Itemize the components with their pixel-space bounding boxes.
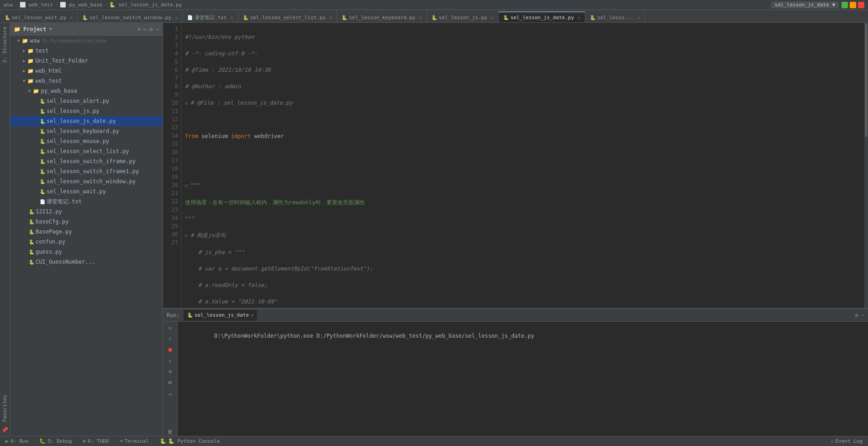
tab-close-btn[interactable]: ✕	[70, 15, 73, 20]
run-settings-icon[interactable]: ⚙	[855, 312, 858, 319]
tab-icon: 🐍	[431, 15, 437, 20]
run-trash-icon[interactable]: 🗑	[166, 428, 174, 436]
tree-item-sel-js-date[interactable]: 🐍 sel_lesson_js_date.py	[10, 116, 163, 126]
tab-icon: 🐍	[503, 15, 509, 20]
run-scroll-down-icon[interactable]: ↓	[166, 356, 174, 365]
tree-item-unit-test-folder[interactable]: ▶ 📁 Unit_Test_Folder	[10, 56, 163, 66]
active-file-tab[interactable]: sel_lesson_js_date ▼	[771, 1, 839, 8]
run-pin-icon[interactable]: −	[861, 312, 864, 319]
code-line-11: 使用场景：在有一些时间输入框内，属性为readonly时，要更改页面属性	[185, 198, 864, 207]
left-vertical-bar: 2: Structure Favorites 📌	[0, 23, 10, 436]
run-tab-active[interactable]: 🐍 sel_lesson_js_date ✕	[184, 310, 257, 321]
tab-close-btn[interactable]: ✕	[578, 15, 580, 20]
code-line-14: # js_pha = """	[185, 248, 864, 256]
tab-close-btn[interactable]: ✕	[419, 15, 422, 20]
editor-area: 12345 678910 1112131415 1617181920 21222…	[163, 23, 868, 436]
code-content[interactable]: #!/usr/bin/env python # -*- coding:utf-8…	[181, 23, 868, 308]
project-folder-icon: 📁	[14, 26, 21, 32]
tab-sel-lesson-wait[interactable]: 🐍 sel_lesson_wait.py ✕	[0, 11, 78, 22]
tab-notes[interactable]: 📄 课堂笔记.txt ✕	[183, 11, 238, 22]
run-layout-icon[interactable]: ≡	[166, 367, 174, 376]
run-header-icons: ⚙ −	[855, 312, 864, 319]
tree-item-confun[interactable]: 🐍 confun.py	[10, 237, 163, 247]
tree-item-sel-switch-iframe1[interactable]: 🐍 sel_lesson_switch_iframe1.py	[10, 166, 163, 176]
status-run[interactable]: ▶ 4: Run	[4, 438, 30, 444]
tab-close-btn[interactable]: ✕	[491, 15, 494, 20]
tab-sel-lesson-switch-window[interactable]: 🐍 sel_lesson_switch_window.py ✕	[78, 11, 183, 22]
tab-close-btn[interactable]: ✕	[637, 15, 640, 20]
tree-item-sel-select-list[interactable]: 🐍 sel_lesson_select_list.py	[10, 146, 163, 156]
scrollbar-thumb[interactable]	[865, 23, 868, 138]
tree-item-sel-js[interactable]: 🐍 sel_lesson_js.py	[10, 106, 163, 116]
code-line-13: ⊟# 构造js语句	[185, 231, 864, 240]
project-dropdown-icon[interactable]: ▼	[49, 26, 53, 32]
breadcrumb-wsw[interactable]: wsw	[4, 2, 13, 8]
tree-item-sel-switch-iframe[interactable]: 🐍 sel_lesson_switch_iframe.py	[10, 156, 163, 166]
breadcrumb-folder[interactable]: ⬜ web_test	[20, 2, 53, 8]
collapse-icon[interactable]: ⟵	[143, 26, 147, 32]
tree-item-sel-alert[interactable]: 🐍 sel_lesson_alert.py	[10, 96, 163, 106]
code-line-9	[185, 165, 864, 173]
run-content: ↻ ↑ ■ ↓ ≡ ⊞ ↵ 🗑 D:\PythonWorkFolder\pyth…	[163, 322, 868, 436]
run-scroll-up-icon[interactable]: ↑	[166, 334, 174, 343]
breadcrumb-subfolder[interactable]: ⬜ py_web_base	[60, 2, 102, 8]
editor-scrollbar[interactable]	[864, 23, 868, 308]
tab-icon: 🐍	[243, 15, 248, 20]
window-controls	[842, 2, 864, 8]
run-output[interactable]: D:\PythonWorkFolder\python.exe D:/Python…	[178, 322, 868, 436]
tree-item-web-test[interactable]: ▼ 📁 web_test	[10, 76, 163, 86]
tree-item-basepage[interactable]: 🐍 BasePage.py	[10, 227, 163, 237]
tab-sel-lesson-select-list[interactable]: 🐍 sel_lesson_select_list.py ✕	[238, 11, 337, 22]
code-line-3: # @Time : 2021/10/10 14:30	[185, 66, 864, 74]
status-terminal[interactable]: ⌨ Terminal	[118, 438, 151, 444]
code-line-1: #!/usr/bin/env python	[185, 33, 864, 41]
tab-sel-lesso-more[interactable]: 🐍 sel_lesso... ✕	[585, 11, 645, 22]
tab-sel-lesson-js[interactable]: 🐍 sel_lesson_js.py ✕	[427, 11, 499, 22]
tab-close-btn[interactable]: ✕	[175, 15, 178, 20]
run-stop-icon[interactable]: ■	[166, 345, 174, 354]
run-panel: Run: 🐍 sel_lesson_js_date ✕ ⚙ − ↻ ↑ ■ ↓	[163, 308, 868, 436]
tree-item-notes-txt[interactable]: 📄 课堂笔记.txt	[10, 196, 163, 207]
tree-item-test[interactable]: ▶ 📁 test	[10, 46, 163, 56]
breadcrumb-file[interactable]: 🐍 sel_lesson_js_date.py	[109, 2, 182, 8]
main-area: 2: Structure Favorites 📌 📁 Project ▼ ⊕ ⟵…	[0, 23, 868, 436]
tree-item-sel-mouse[interactable]: 🐍 sel_lesson_mouse.py	[10, 136, 163, 146]
tree-root-wsw[interactable]: ▼ 📁 wsw D:/PythonWorkFolder/wsw	[10, 36, 163, 46]
tree-item-basecfg[interactable]: 🐍 baseCfg.py	[10, 217, 163, 227]
close-btn[interactable]	[858, 2, 864, 8]
vertical-tab-structure[interactable]: 2: Structure	[0, 23, 10, 66]
status-debug[interactable]: 🐛 5: Debug	[37, 438, 74, 444]
tree-item-sel-switch-window[interactable]: 🐍 sel_lesson_switch_window.py	[10, 176, 163, 186]
project-header-icons: ⊕ ⟵ ⚙ −	[137, 26, 159, 32]
vertical-tab-favorites[interactable]: Favorites	[0, 391, 10, 426]
tab-sel-lesson-keyboard[interactable]: 🐍 sel_lesson_keyboard.py ✕	[337, 11, 427, 22]
run-restart-icon[interactable]: ↻	[166, 324, 174, 332]
tree-item-cui-guess[interactable]: 🐍 CUI_GuessNumber...	[10, 257, 163, 267]
tree-item-web-html[interactable]: ▶ 📁 web_html	[10, 66, 163, 76]
run-tab-close[interactable]: ✕	[251, 313, 253, 318]
left-pin-icon[interactable]: 📌	[1, 426, 9, 434]
run-tab-icon: 🐍	[187, 313, 193, 318]
status-event-log[interactable]: ⚠ Event Log	[829, 438, 864, 444]
line-numbers: 12345 678910 1112131415 1617181920 21222…	[163, 23, 181, 308]
locate-icon[interactable]: ⊕	[137, 26, 141, 32]
tab-close-btn[interactable]: ✕	[231, 15, 233, 20]
run-filter-icon[interactable]: ⊞	[166, 378, 174, 387]
minimize-panel-icon[interactable]: −	[156, 26, 159, 32]
tab-close-btn[interactable]: ✕	[329, 15, 332, 20]
maximize-btn[interactable]	[842, 2, 848, 8]
tree-item-guess[interactable]: 🐍 guess.py	[10, 247, 163, 257]
settings-icon[interactable]: ⚙	[150, 26, 153, 32]
tree-item-sel-keyboard[interactable]: 🐍 sel_lesson_keyboard.py	[10, 126, 163, 136]
pin-btn[interactable]	[850, 2, 856, 8]
status-todo[interactable]: ≡ 6: TODO	[81, 438, 110, 444]
project-tree: ▼ 📁 wsw D:/PythonWorkFolder/wsw ▶ 📁 test…	[10, 36, 163, 436]
code-editor[interactable]: 12345 678910 1112131415 1617181920 21222…	[163, 23, 868, 308]
tree-item-12212[interactable]: 🐍 12212.py	[10, 207, 163, 217]
tab-sel-lesson-js-date[interactable]: 🐍 sel_lesson_js_date.py ✕	[499, 11, 585, 22]
tree-item-sel-wait[interactable]: 🐍 sel_lesson_wait.py	[10, 186, 163, 196]
run-word-wrap-icon[interactable]: ↵	[166, 389, 174, 398]
tree-item-py-web-base[interactable]: ▼ 📁 py_web_base	[10, 86, 163, 96]
status-event-label: Event Log	[835, 438, 863, 444]
status-python-console[interactable]: 🐍 🐍 Python Console	[158, 438, 221, 444]
